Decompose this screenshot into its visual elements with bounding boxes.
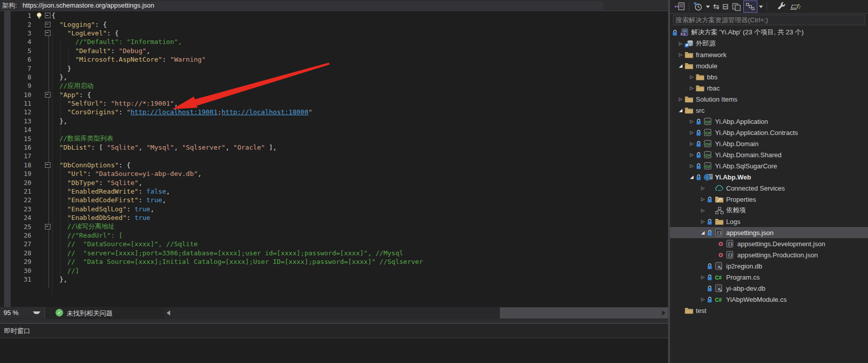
line-number[interactable]: 4: [0, 38, 34, 46]
collapse-arrow-icon[interactable]: ◢: [688, 174, 696, 179]
code-line[interactable]: 5 "Default": "Debug",: [0, 47, 668, 55]
tree-item-yi-abp-domain[interactable]: ▷C#Yi.Abp.Domain: [670, 138, 868, 149]
tree-item-yi-abp-application-contracts[interactable]: ▷C#Yi.Abp.Application.Contracts: [670, 127, 868, 138]
expand-arrow-icon[interactable]: ▷: [677, 97, 685, 102]
code-line[interactable]: 2 "Logging": {: [0, 20, 668, 28]
code-line[interactable]: 14: [0, 125, 668, 134]
tree-item-yiabpwebmodule-cs[interactable]: ▷C#YiAbpWebModule.cs: [670, 294, 868, 305]
line-number[interactable]: 30: [0, 267, 34, 275]
code-line[interactable]: 1{: [0, 11, 668, 20]
expand-arrow-icon[interactable]: ▷: [677, 52, 685, 57]
code-line[interactable]: 7 }: [0, 64, 668, 72]
hyperlink[interactable]: http://localhost:18000: [222, 108, 309, 116]
code-line[interactable]: 31 },: [0, 275, 668, 284]
tree-item-yi-abp-domain-shared[interactable]: ▷C#Yi.Abp.Domain.Shared: [670, 149, 868, 160]
expand-arrow-icon[interactable]: ▷: [688, 141, 696, 146]
line-number[interactable]: 5: [0, 47, 34, 55]
code-line[interactable]: 27 // "DataSource=[xxxx]", //Sqlite: [0, 240, 668, 248]
immediate-window-input-area[interactable]: [0, 338, 668, 363]
collapse-arrow-icon[interactable]: ◢: [699, 230, 707, 235]
code-line[interactable]: 21 "EnabledReadWrite": false,: [0, 187, 668, 196]
code-line[interactable]: 12 "CorsOrigins": "http://localhost:1900…: [0, 108, 668, 116]
line-number[interactable]: 23: [0, 205, 34, 213]
collapse-arrow-icon[interactable]: ◢: [677, 108, 685, 113]
expand-arrow-icon[interactable]: ▷: [699, 208, 707, 213]
code-line[interactable]: 25 //读写分离地址: [0, 222, 668, 231]
tree-item-properties[interactable]: ▷Properties: [670, 194, 868, 205]
line-number[interactable]: 14: [0, 126, 34, 133]
code-line[interactable]: 28 // "server=[xxxx];port=3306;database=…: [0, 249, 668, 257]
line-number[interactable]: 24: [0, 214, 34, 221]
line-number[interactable]: 1: [0, 12, 34, 19]
horizontal-scrollbar[interactable]: [165, 307, 668, 319]
code-line[interactable]: 3 "LogLevel": {: [0, 29, 668, 37]
fold-collapse-box[interactable]: [43, 92, 52, 98]
code-line[interactable]: 30 //]: [0, 266, 668, 275]
expand-arrow-icon[interactable]: ▷: [688, 130, 696, 135]
tree-item-src[interactable]: ◢src: [670, 105, 868, 116]
tree-item-rbac[interactable]: ▷rbac: [670, 82, 868, 94]
line-number[interactable]: 25: [0, 223, 34, 231]
tree-item-appsettings-production-json[interactable]: {}appsettings.Production.json: [670, 249, 868, 260]
line-number[interactable]: 16: [0, 144, 34, 151]
code-line[interactable]: 19 "Url": "DataSource=yi-abp-dev.db",: [0, 169, 668, 178]
line-number[interactable]: 7: [0, 65, 34, 72]
zoom-level-combo[interactable]: 95 %: [0, 307, 45, 319]
scroll-left-arrow-icon[interactable]: [167, 310, 170, 315]
preview-selected-icon[interactable]: [788, 1, 802, 12]
chevron-down-icon[interactable]: [757, 1, 764, 12]
tree-item-appsettings-json[interactable]: ◢{}appsettings.json: [670, 227, 868, 238]
tree-item-yi-abp-web[interactable]: ◢Yi.Abp.Web: [670, 171, 868, 183]
code-line[interactable]: 8 },: [0, 73, 668, 81]
line-number[interactable]: 21: [0, 188, 34, 195]
tree-item-logs[interactable]: ▷Logs: [670, 216, 868, 227]
code-line[interactable]: 10 "App": {: [0, 90, 668, 99]
tree-item-module[interactable]: ◢module: [670, 60, 868, 71]
fold-collapse-box[interactable]: [43, 22, 52, 27]
tree-item-program-cs[interactable]: ▷C#Program.cs: [670, 271, 868, 283]
tree-item-test[interactable]: test: [670, 305, 868, 316]
switch-views-icon[interactable]: [673, 1, 687, 12]
line-number[interactable]: 11: [0, 100, 34, 107]
line-number[interactable]: 2: [0, 21, 34, 28]
tree-item-framework[interactable]: ▷framework: [670, 49, 868, 60]
line-number[interactable]: 9: [0, 82, 34, 89]
wrench-icon[interactable]: [775, 1, 788, 12]
code-line[interactable]: 17: [0, 152, 668, 160]
history-filter-icon[interactable]: [691, 1, 704, 12]
tree-item-bbs[interactable]: ▷bbs: [670, 71, 868, 82]
collapse-arrow-icon[interactable]: ◢: [677, 63, 685, 68]
line-number[interactable]: 13: [0, 117, 34, 125]
line-number[interactable]: 12: [0, 108, 34, 116]
code-line[interactable]: 15 //数据库类型列表: [0, 134, 668, 143]
expand-arrow-icon[interactable]: ▷: [699, 275, 707, 280]
line-number[interactable]: 6: [0, 56, 34, 63]
expand-arrow-icon[interactable]: ▷: [677, 41, 685, 46]
code-line[interactable]: 13 },: [0, 117, 668, 125]
line-number[interactable]: 20: [0, 179, 34, 187]
lightbulb-icon[interactable]: [34, 12, 43, 19]
code-line[interactable]: 16 "DbList": [ "Sqlite", "Mysql", "Sqlse…: [0, 143, 668, 152]
code-line[interactable]: 22 "EnabledCodeFirst": true,: [0, 196, 668, 204]
expand-arrow-icon[interactable]: ▷: [688, 163, 696, 168]
expand-arrow-icon[interactable]: ▷: [688, 119, 696, 124]
line-number[interactable]: 27: [0, 240, 34, 248]
tree-item-solution-items[interactable]: ▷Solution Items: [670, 94, 868, 105]
line-number[interactable]: 3: [0, 29, 34, 37]
line-number[interactable]: 18: [0, 161, 34, 169]
code-line[interactable]: 20 "DbType": "Sqlite",: [0, 178, 668, 187]
code-area[interactable]: 1{2 "Logging": {3 "LogLevel": {4 //"Defa…: [0, 11, 668, 284]
expand-arrow-icon[interactable]: ▷: [699, 219, 707, 224]
tree-item--[interactable]: ▷依赖项: [670, 205, 868, 216]
code-line[interactable]: 29 // "Data Source=[xxxx];Initial Catalo…: [0, 257, 668, 266]
tree-item-ip2region-db[interactable]: ip2region.db: [670, 260, 868, 271]
tree-item--[interactable]: ▷外部源: [670, 38, 868, 49]
scroll-right-arrow-icon[interactable]: [662, 310, 666, 315]
line-number[interactable]: 15: [0, 135, 34, 143]
code-line[interactable]: 24 "EnabledDbSeed": true: [0, 213, 668, 222]
code-editor[interactable]: 1{2 "Logging": {3 "LogLevel": {4 //"Defa…: [0, 11, 668, 307]
fold-collapse-box[interactable]: [43, 30, 52, 36]
scrollbar-thumb[interactable]: [500, 307, 668, 319]
expand-arrow-icon[interactable]: ▷: [688, 74, 696, 79]
fold-collapse-box[interactable]: [43, 224, 52, 230]
